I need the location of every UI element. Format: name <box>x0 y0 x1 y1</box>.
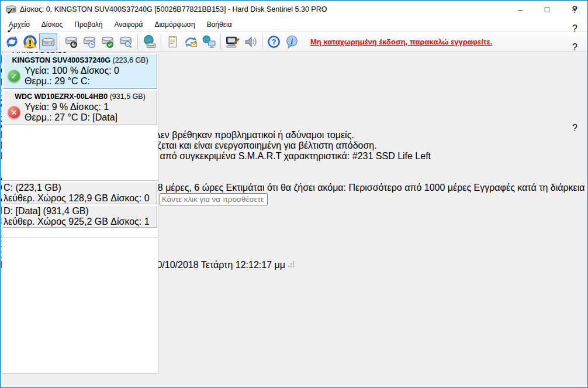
disk-status-ok-icon: ✓ <box>8 70 20 83</box>
free-space-bar: 128,9 GB <box>68 193 110 203</box>
minimize-button[interactable]: – <box>507 1 534 18</box>
registration-notice-link[interactable]: Μη καταχωρημένη έκδοση, παρακαλώ εγγραφε… <box>310 37 492 46</box>
disk-list: KINGSTON SUV400S37240G (223,6 GB) ✓ Υγεί… <box>2 53 158 181</box>
partition-size: (931,4 GB) <box>43 206 89 216</box>
menu-report[interactable]: Αναφορά <box>108 18 148 31</box>
maximize-button[interactable]: □ <box>534 1 561 18</box>
report-icon[interactable] <box>164 33 182 50</box>
free-space-bar: 925,2 GB <box>68 217 110 226</box>
health-bar: 9 % <box>52 102 68 112</box>
disk-item-kingston[interactable]: KINGSTON SUV400S37240G (223,6 GB) ✓ Υγεί… <box>3 54 157 89</box>
disk-check-icon[interactable] <box>99 33 117 50</box>
sync-mail-icon[interactable] <box>182 33 200 50</box>
performance-ok-icon: ✓ <box>6 6 14 17</box>
free-space-label: λεύθερ. Χώρος <box>4 193 66 203</box>
partition-item-c[interactable]: C: (223,1 GB) λεύθερ. Χώρος 128,9 GB Δίσ… <box>3 182 157 204</box>
globe-disk-icon[interactable] <box>140 33 158 50</box>
toolbar-separator <box>262 34 262 49</box>
toolbar-separator <box>220 34 221 49</box>
svg-text:?: ? <box>272 38 276 46</box>
disk-name: WDC WD10EZRX-00L4HB0 <box>15 92 108 101</box>
title-bar: Δίσκος: 0, KINGSTON SUV400S37240G [50026… <box>1 1 587 18</box>
resize-grip[interactable] <box>288 260 295 270</box>
health-bar: 100 % <box>52 66 78 75</box>
comment-input[interactable] <box>160 193 268 205</box>
disk-number: Δίσκος: 0 <box>110 193 149 203</box>
menu-view[interactable]: Προβολή <box>68 18 108 31</box>
rescan-warning-icon[interactable] <box>21 33 39 50</box>
health-help-icon[interactable]: ? <box>572 23 577 34</box>
disk-size: (931,5 GB) <box>110 92 146 101</box>
menu-help[interactable]: Βοήθεια <box>201 18 238 31</box>
temp-label: Θερμ.: <box>25 112 52 122</box>
partition-list: C: (223,1 GB) λεύθερ. Χώρος 128,9 GB Δίσ… <box>2 181 158 238</box>
lifetime-label: Εκτιμάται ότι θα ζήσει ακόμα: <box>226 183 346 193</box>
disk-number: Δίσκος: 1 <box>70 102 109 112</box>
disk-item-wdc[interactable]: WDC WD10EZRX-00L4HB0 (931,5 GB) ✕ Υγεία:… <box>3 90 157 125</box>
disk-overview-icon[interactable] <box>39 33 57 50</box>
lifetime-value: Περισσότερο από 1000 μέρες <box>349 183 472 193</box>
window-title: Δίσκος: 0, KINGSTON SUV400S37240G [50026… <box>20 5 327 13</box>
sound-icon[interactable] <box>241 33 260 50</box>
disk-size: (223,6 GB) <box>112 56 148 64</box>
toolbar-separator <box>137 34 138 49</box>
network-icon[interactable] <box>200 33 218 50</box>
help-icon[interactable]: ? <box>265 33 283 50</box>
sidebar: KINGSTON SUV400S37240G (223,6 GB) ✓ Υγεί… <box>2 53 158 374</box>
partition-size: (223,1 GB) <box>15 183 61 193</box>
toolbar-separator <box>60 34 60 49</box>
summary-help-icon[interactable]: ? <box>572 42 577 53</box>
free-space-label: λεύθερ. Χώρος <box>4 217 66 226</box>
partition-drive: C: <box>4 183 13 193</box>
health-label: Υγεία: <box>25 66 49 75</box>
disk-title: WDC WD10EZRX-00L4HB0 (931,5 GB) <box>4 91 157 102</box>
partition-drive: D: [Data] <box>4 206 40 216</box>
drive-letter: D: [Data] <box>81 112 117 122</box>
powered-on-value: 18 μέρες, 6 ώρες <box>153 183 223 193</box>
app-window: Δίσκος: 0, KINGSTON SUV400S37240G [50026… <box>0 0 588 388</box>
temp-label: Θερμ.: <box>25 76 52 86</box>
info-icon[interactable]: i <box>283 33 301 50</box>
disk-search-icon[interactable] <box>117 33 135 50</box>
menu-disk[interactable]: Δίσκος <box>36 18 68 31</box>
disk-number: Δίσκος: 1 <box>110 217 149 226</box>
partition-item-d[interactable]: D: [Data] (931,4 GB) λεύθερ. Χώρος 925,2… <box>3 205 157 228</box>
performance-help-icon[interactable]: ? <box>572 5 577 15</box>
health-label: Υγεία: <box>25 102 49 112</box>
disk-clock-icon[interactable] <box>81 33 99 50</box>
retest-help-icon[interactable]: ? <box>572 123 577 133</box>
disk-number: Δίσκος: 0 <box>81 66 119 75</box>
toolbar-separator <box>161 34 161 49</box>
temp-bar: 29 °C <box>54 76 78 86</box>
disk-name: KINGSTON SUV400S37240G <box>12 56 110 64</box>
disk-status-error-icon: ✕ <box>8 106 20 119</box>
menu-configuration[interactable]: Διαμόρφωση <box>148 18 200 31</box>
disk-gauge-icon[interactable] <box>63 33 81 50</box>
health-ok-icon: ✓ <box>6 25 14 36</box>
configure-icon[interactable] <box>223 33 241 50</box>
disk-title: KINGSTON SUV400S37240G (223,6 GB) <box>4 54 157 66</box>
menu-bar: Αρχείο Δίσκος Προβολή Αναφορά Διαμόρφωση… <box>1 18 587 31</box>
drive-letter: C: <box>81 76 90 86</box>
toolbar: ? i Μη καταχωρημένη έκδοση, παρακαλώ εγγ… <box>1 31 587 52</box>
temp-bar: 27 °C <box>54 112 78 122</box>
